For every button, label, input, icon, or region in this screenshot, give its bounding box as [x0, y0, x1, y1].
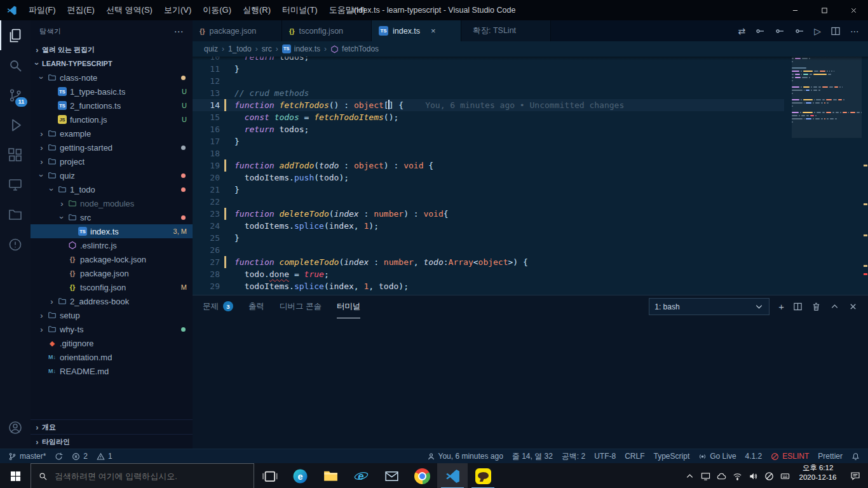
taskbar-clock[interactable]: 오후 6:12 2020-12-16	[793, 463, 843, 488]
more-actions-icon[interactable]: ⋯	[850, 27, 859, 36]
tree-item-tsconfig-json[interactable]: {}tsconfig.jsonM	[31, 280, 193, 294]
menu-t[interactable]: 터미널(T)	[276, 0, 323, 20]
code-line-14[interactable]: 14function fetchTodos() : object[] {You,…	[193, 99, 784, 111]
status-indentation[interactable]: 공백: 2	[557, 449, 590, 463]
tray-hidden-icons[interactable]	[682, 471, 698, 481]
code-line-27[interactable]: 27function completeTodo(index : number, …	[193, 256, 784, 268]
panel-tab-item[interactable]: 디버그 콘솔	[280, 295, 322, 318]
status-sync-changes[interactable]	[50, 449, 67, 463]
status-eslint-status[interactable]: ESLINT	[766, 449, 813, 463]
taskbar-app-task-view[interactable]	[254, 463, 285, 488]
code-line-19[interactable]: 19function addTodo(todo : object) : void…	[193, 159, 784, 172]
tray-network[interactable]	[729, 471, 745, 481]
tray-display[interactable]	[698, 471, 714, 481]
workspace-root-section[interactable]: › LEARN-TYPESCRIPT	[31, 57, 193, 71]
menu-g[interactable]: 이동(G)	[197, 0, 237, 20]
timeline-section[interactable]: › 타임라인	[31, 434, 193, 449]
tree-item-gitignore[interactable]: ◆.gitignore	[31, 336, 193, 350]
status-encoding[interactable]: UTF-8	[590, 449, 620, 463]
activity-live-server[interactable]	[0, 229, 31, 259]
activity-remote-explorer[interactable]	[0, 170, 31, 200]
code-line-23[interactable]: 23function deleteTodo(index : number) : …	[193, 208, 784, 220]
panel-tab-item[interactable]: 문제3	[203, 295, 233, 318]
menu-r[interactable]: 실행(R)	[237, 0, 276, 20]
activity-run-and-debug[interactable]	[0, 110, 31, 140]
taskbar-search-input[interactable]	[53, 471, 247, 482]
taskbar-app-chrome[interactable]	[407, 463, 437, 488]
tree-item-package-lock-json[interactable]: {}package-lock.json	[31, 252, 193, 266]
tree-item-node-modules[interactable]: ›node_modules	[31, 196, 193, 210]
editor-tab-tslint[interactable]: 확장: TSLint	[461, 20, 551, 41]
outline-section[interactable]: › 개요	[31, 419, 193, 434]
open-changes-icon[interactable]: ⇄	[738, 27, 745, 36]
tray-do-not-disturb[interactable]	[761, 471, 777, 481]
code-line-28[interactable]: 28 todo.done = true;	[193, 268, 784, 280]
more-actions-icon[interactable]: ⋯	[174, 26, 184, 37]
code-line-17[interactable]: 17}	[193, 135, 784, 147]
breadcrumb-fetchtodos[interactable]: fetchTodos	[330, 44, 379, 53]
menu-s[interactable]: 선택 영역(S)	[100, 0, 158, 20]
close-button[interactable]	[839, 0, 868, 20]
taskbar-app-file-explorer[interactable]	[315, 463, 346, 488]
tree-item-2-address-book[interactable]: ›2_address-book	[31, 294, 193, 308]
code-line-24[interactable]: 24 todoItems.splice(index, 1);	[193, 220, 784, 232]
run-code-icon[interactable]: ▷	[814, 27, 821, 36]
status-problems-warnings[interactable]: 1	[92, 449, 117, 463]
code-line-21[interactable]: 21}	[193, 184, 784, 196]
activity-explorer[interactable]	[0, 20, 31, 50]
minimize-button[interactable]	[780, 0, 810, 20]
code-line-20[interactable]: 20 todoItems.push(todo);	[193, 172, 784, 184]
code-line-10[interactable]: 10 return todos;	[193, 57, 784, 63]
status-cursor-position[interactable]: 줄 14, 열 32	[508, 449, 557, 463]
activity-search[interactable]	[0, 50, 31, 80]
taskbar-app-vscode[interactable]	[437, 463, 468, 488]
terminal-picker[interactable]: 1: bash	[649, 298, 770, 315]
activity-extensions[interactable]	[0, 140, 31, 170]
tree-item-eslintrc-js[interactable]: .eslintrc.js	[31, 238, 193, 252]
start-button[interactable]	[0, 463, 31, 488]
taskbar-app-edge[interactable]: e	[285, 463, 315, 488]
menu-v[interactable]: 보기(V)	[158, 0, 197, 20]
minimap[interactable]	[792, 58, 862, 125]
editor-tab-package-json[interactable]: {}package.json	[193, 20, 282, 41]
breadcrumb-quiz[interactable]: quiz	[204, 44, 218, 53]
tray-volume[interactable]	[745, 471, 761, 481]
status-eol[interactable]: CRLF	[620, 449, 649, 463]
menu-f[interactable]: 파일(F)	[23, 0, 62, 20]
tree-item-package-json[interactable]: {}package.json	[31, 266, 193, 280]
tree-item-setup[interactable]: ›setup	[31, 308, 193, 322]
status-problems-errors[interactable]: 2	[67, 449, 92, 463]
close-panel-icon[interactable]	[848, 302, 858, 311]
tree-item-why-ts[interactable]: ›why-ts	[31, 322, 193, 336]
tree-item-src[interactable]: ›src	[31, 210, 193, 224]
tree-item-index-ts[interactable]: TSindex.ts3, M	[31, 224, 193, 238]
status-language-mode[interactable]: TypeScript	[649, 449, 695, 463]
tree-item-function-js[interactable]: JSfunction.jsU	[31, 112, 193, 126]
breadcrumb-index-ts[interactable]: TSindex.ts	[282, 44, 320, 53]
activity-accounts[interactable]	[0, 412, 31, 442]
editor-tab-index-ts[interactable]: TSindex.ts×	[372, 20, 461, 41]
status-ts-version[interactable]: 4.1.2	[741, 449, 767, 463]
tree-item-2-functions-ts[interactable]: TS2_functions.tsU	[31, 98, 193, 112]
panel-tab-item[interactable]: 터미널	[337, 295, 361, 318]
code-line-16[interactable]: 16 return todos;	[193, 123, 784, 135]
code-line-26[interactable]: 26	[193, 244, 784, 256]
activity-source-control[interactable]: 11	[0, 80, 31, 110]
taskbar-app-mail[interactable]	[376, 463, 407, 488]
taskbar-app-internet-explorer[interactable]: e	[346, 463, 376, 488]
tree-item-project[interactable]: ›project	[31, 154, 193, 168]
new-terminal-icon[interactable]: +	[778, 302, 784, 311]
code-line-12[interactable]: 12	[193, 75, 784, 87]
tree-item-1-todo[interactable]: ›1_todo	[31, 182, 193, 196]
code-line-22[interactable]: 22	[193, 196, 784, 208]
code-line-30[interactable]: 30}	[193, 292, 784, 295]
split-terminal-icon[interactable]	[793, 302, 803, 311]
maximize-button[interactable]	[810, 0, 839, 20]
editor-tab-tsconfig-json[interactable]: {}tsconfig.json	[282, 20, 372, 41]
taskbar-app-kakaotalk[interactable]	[468, 463, 498, 488]
maximize-panel-icon[interactable]	[830, 302, 839, 311]
terminal-view[interactable]	[193, 318, 868, 449]
code-line-18[interactable]: 18	[193, 147, 784, 159]
gitlens-recent-changes-icon[interactable]	[794, 26, 804, 36]
tree-item-getting-started[interactable]: ›getting-started	[31, 140, 193, 154]
